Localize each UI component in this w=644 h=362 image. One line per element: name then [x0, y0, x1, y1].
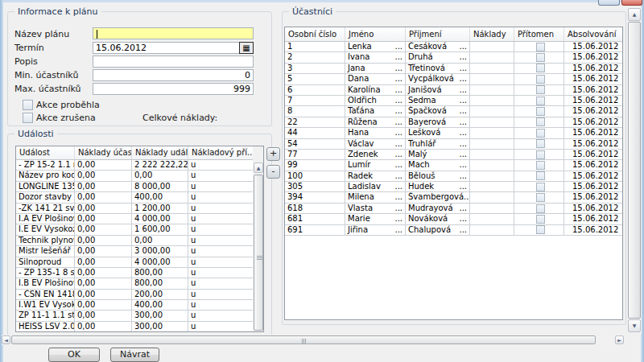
- lookup-dots-icon[interactable]: ...: [394, 128, 402, 138]
- scroll-right-icon[interactable]: ►: [615, 335, 624, 344]
- events-col-header[interactable]: Nákladový pří...: [188, 146, 253, 159]
- lookup-dots-icon[interactable]: ...: [394, 106, 402, 116]
- events-table-row[interactable]: I.A EV Plošinov...0,004 000,00u: [16, 214, 253, 224]
- close-button-icon[interactable]: [621, 0, 642, 6]
- participants-table-row[interactable]: 22Růžena...Bayerová...15.06.2012: [285, 117, 622, 128]
- events-table-row[interactable]: -ZK 141 21 sv...0,001 200,00u: [16, 204, 253, 214]
- present-checkbox[interactable]: [536, 75, 545, 84]
- participants-table-row[interactable]: 99Lumír...Mach...15.06.2012: [285, 160, 622, 171]
- lookup-dots-icon[interactable]: ...: [394, 42, 402, 51]
- lookup-dots-icon[interactable]: ...: [459, 42, 467, 51]
- present-checkbox[interactable]: [536, 171, 545, 180]
- scroll-left-icon[interactable]: ◄: [2, 335, 10, 344]
- present-checkbox[interactable]: [536, 117, 545, 126]
- scroll-up-icon[interactable]: ▲: [254, 162, 263, 173]
- lookup-dots-icon[interactable]: ...: [459, 64, 467, 73]
- participants-table-row[interactable]: 7Oldřich...Sedma...15.06.2012: [285, 96, 622, 106]
- events-vertical-scrollbar[interactable]: ▲: [253, 146, 264, 331]
- lookup-dots-icon[interactable]: ...: [464, 192, 470, 202]
- events-table-row[interactable]: - ČSN EN 1418...0,00200,00u: [16, 290, 253, 300]
- lookup-dots-icon[interactable]: ...: [394, 74, 402, 84]
- present-checkbox[interactable]: [536, 161, 545, 170]
- lookup-dots-icon[interactable]: ...: [394, 225, 402, 235]
- participants-table-row[interactable]: 8Taťána...Špačková...15.06.2012: [285, 106, 622, 117]
- window-vscrollbar-thumb[interactable]: [628, 22, 641, 319]
- lookup-dots-icon[interactable]: ...: [394, 85, 402, 95]
- event-cancelled-checkbox[interactable]: [23, 113, 33, 123]
- lookup-dots-icon[interactable]: ...: [394, 139, 402, 149]
- participants-table-row[interactable]: 2Ivana...Druhá...15.06.2012: [285, 52, 622, 63]
- present-checkbox[interactable]: [536, 183, 545, 191]
- participants-table-row[interactable]: 44Hana...Lešková...15.06.2012: [285, 128, 622, 138]
- events-table-row[interactable]: - ZP 15-2 1.1 ř...0,002 222 222,22u: [16, 160, 253, 171]
- present-checkbox[interactable]: [536, 107, 545, 116]
- lookup-dots-icon[interactable]: ...: [459, 160, 467, 170]
- maximize-button-icon[interactable]: [598, 0, 620, 6]
- lookup-dots-icon[interactable]: ...: [459, 171, 467, 181]
- participants-col-header[interactable]: Přítomen: [514, 27, 564, 41]
- lookup-dots-icon[interactable]: ...: [459, 96, 467, 105]
- lookup-dots-icon[interactable]: ...: [459, 117, 467, 127]
- participants-col-header[interactable]: Příjmení: [406, 27, 470, 41]
- window-vertical-scrollbar[interactable]: ▲ ▼: [627, 6, 642, 334]
- present-checkbox[interactable]: [536, 139, 545, 148]
- participants-table-row[interactable]: 3Jana...Třetinová...15.06.2012: [285, 64, 622, 74]
- events-table-row[interactable]: I.B EV Plošinov...0,00800,00u: [16, 278, 253, 289]
- lookup-dots-icon[interactable]: ...: [394, 64, 402, 73]
- participants-table-row[interactable]: 1Lenka...Česáková...15.06.2012: [285, 42, 622, 52]
- present-checkbox[interactable]: [536, 43, 545, 51]
- events-col-header[interactable]: Náklady událost: [132, 146, 188, 159]
- lookup-dots-icon[interactable]: ...: [459, 128, 467, 138]
- present-checkbox[interactable]: [536, 150, 545, 159]
- lookup-dots-icon[interactable]: ...: [459, 182, 467, 191]
- lookup-dots-icon[interactable]: ...: [394, 150, 402, 159]
- lookup-dots-icon[interactable]: ...: [459, 214, 467, 224]
- participants-col-header[interactable]: Jméno: [345, 27, 406, 41]
- remove-event-button[interactable]: -: [266, 165, 280, 179]
- scroll-up-icon[interactable]: ▲: [628, 8, 641, 21]
- events-col-header[interactable]: Událost: [16, 146, 75, 159]
- present-checkbox[interactable]: [536, 64, 545, 72]
- lookup-dots-icon[interactable]: ...: [394, 192, 402, 202]
- lookup-dots-icon[interactable]: ...: [394, 160, 402, 170]
- events-col-header[interactable]: Náklady účas...: [75, 146, 132, 159]
- participants-table-row[interactable]: 77Zdenek...Malý...15.06.2012: [285, 150, 622, 160]
- events-table-row[interactable]: ZP 11-1 1.1 st...0,00300,00u: [16, 311, 253, 321]
- window-hscrollbar-thumb[interactable]: [11, 335, 596, 344]
- lookup-dots-icon[interactable]: ...: [459, 52, 467, 62]
- lookup-dots-icon[interactable]: ...: [394, 171, 402, 181]
- present-checkbox[interactable]: [536, 204, 545, 213]
- present-checkbox[interactable]: [536, 215, 545, 224]
- present-checkbox[interactable]: [536, 97, 545, 105]
- events-table-row[interactable]: Dozor stavby l...0,00400,00u: [16, 192, 253, 203]
- event-held-checkbox[interactable]: [23, 100, 33, 110]
- lookup-dots-icon[interactable]: ...: [394, 117, 402, 127]
- participants-table-row[interactable]: 691Jiřina...Chalupová...15.06.2012: [285, 225, 622, 236]
- scroll-down-icon[interactable]: ▼: [628, 319, 641, 332]
- events-table-row[interactable]: HEISS LSV 2.0 ...0,00300,00u: [16, 322, 253, 331]
- events-table-row[interactable]: Silnoproud0,004 000,00u: [16, 257, 253, 268]
- present-checkbox[interactable]: [536, 129, 545, 138]
- events-table-row[interactable]: Název pro koda0,000,00u: [16, 171, 253, 181]
- participants-table-row[interactable]: 5Dana...Vycpálková...15.06.2012: [285, 74, 622, 84]
- events-table-row[interactable]: I.E EV Vysokoz...0,001 600,00u: [16, 224, 253, 235]
- add-event-button[interactable]: +: [266, 147, 280, 161]
- participants-table-row[interactable]: 305Ladislav...Hudek...15.06.2012: [285, 182, 622, 192]
- present-checkbox[interactable]: [536, 85, 545, 94]
- lookup-dots-icon[interactable]: ...: [394, 204, 402, 213]
- max-participants-input[interactable]: 999: [93, 83, 254, 95]
- description-input[interactable]: [93, 56, 254, 68]
- lookup-dots-icon[interactable]: ...: [394, 52, 402, 62]
- calendar-picker-button[interactable]: ▦: [239, 42, 254, 54]
- events-table-row[interactable]: I.W1 EV Vysok...0,00400,00u: [16, 300, 253, 311]
- lookup-dots-icon[interactable]: ...: [459, 74, 467, 84]
- events-table-row[interactable]: - ZP 135-1 8 st...0,00800,00u: [16, 268, 253, 278]
- events-table-row[interactable]: Technik plynov...0,000,00u: [16, 236, 253, 246]
- window-horizontal-scrollbar[interactable]: ◄ ►: [2, 335, 626, 345]
- lookup-dots-icon[interactable]: ...: [394, 96, 402, 105]
- lookup-dots-icon[interactable]: ...: [459, 106, 467, 116]
- lookup-dots-icon[interactable]: ...: [459, 139, 467, 149]
- present-checkbox[interactable]: [536, 53, 545, 62]
- events-table-row[interactable]: LONGLINE 135...0,008 000,00u: [16, 182, 253, 192]
- participants-table-row[interactable]: 681Marie...Nováková...15.06.2012: [285, 214, 622, 224]
